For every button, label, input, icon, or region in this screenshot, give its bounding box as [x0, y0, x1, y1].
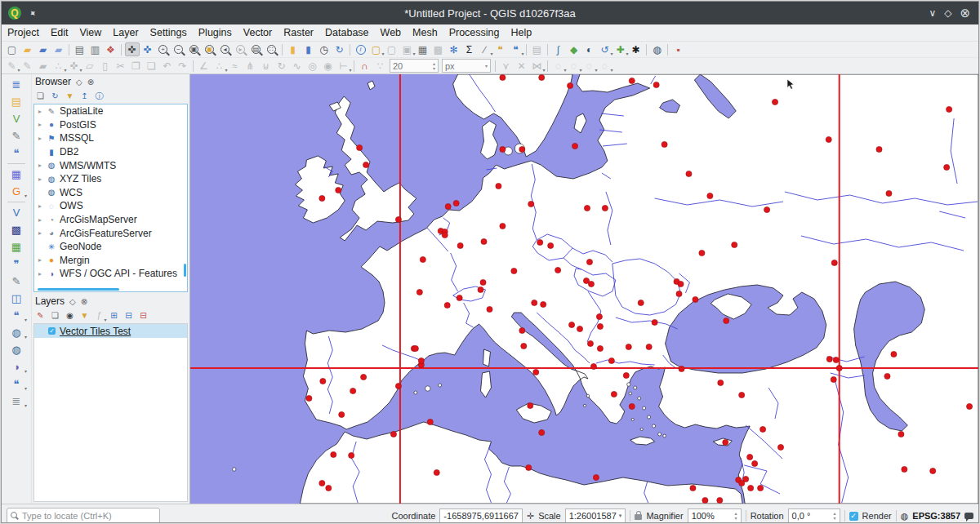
zoom-next-icon[interactable]: ▸	[234, 42, 248, 56]
save-project-icon[interactable]: ▰	[36, 42, 51, 56]
add-raster-db-layer-icon[interactable]: ▦	[6, 238, 27, 255]
expander-icon[interactable]: ▸	[34, 270, 46, 278]
expander-icon[interactable]: ▸	[34, 121, 46, 128]
magnifier-spinbox[interactable]: 100% ▴▾	[688, 508, 742, 523]
expander-icon[interactable]: ▸	[34, 175, 46, 183]
new-annotation-icon[interactable]: ❝▾	[509, 42, 523, 56]
snapping-on-intersection-icon[interactable]: ✕	[514, 59, 529, 73]
merge-features-icon[interactable]: ⊍	[259, 59, 274, 73]
browser-item-wcs[interactable]: ◍WCS	[34, 186, 187, 200]
browser-item-mssql[interactable]: ▸⚑MSSQL	[34, 131, 187, 145]
new-bookmark-icon[interactable]: ▮	[286, 42, 301, 56]
zoom-last-icon[interactable]: ◂	[218, 42, 233, 56]
new-print-layout-icon[interactable]: ▤	[73, 42, 87, 56]
select-by-form-icon[interactable]: ▣▾	[400, 42, 415, 56]
redo-icon[interactable]: ↷	[176, 59, 190, 73]
add-spatialite-layer-icon[interactable]: V	[6, 204, 27, 221]
browser-item-ows[interactable]: ▸◌OWS	[34, 199, 187, 213]
shape-digitizing-icon[interactable]: ◌▾	[598, 59, 612, 73]
spin-arrows-icon[interactable]: ▴▾	[834, 511, 836, 521]
first-aid-debug-icon[interactable]: ✱	[629, 42, 644, 56]
zoom-out-icon[interactable]: −	[172, 42, 186, 56]
current-edits-icon[interactable]: ✎▾	[5, 59, 20, 73]
new-project-icon[interactable]: ▢	[5, 42, 20, 56]
expander-icon[interactable]: ▸	[34, 162, 46, 169]
map-europe[interactable]	[190, 74, 978, 504]
coordinate-field[interactable]: -1658975,6911667	[439, 508, 523, 523]
rotation-spinbox[interactable]: 0,0 ° ▴▾	[788, 508, 840, 523]
measure-icon[interactable]: ∕▾	[478, 42, 492, 56]
snapping-tolerance-spinbox[interactable]: 20▴▾	[390, 59, 439, 73]
remove-layer-icon[interactable]: ⊟	[137, 310, 150, 322]
digitize-curve-icon[interactable]: ◌▾	[567, 59, 581, 73]
metasearch-icon[interactable]: ◍	[650, 42, 665, 56]
layer-item-vector-tiles-test[interactable]: ✓Vector Tiles Test	[34, 324, 187, 338]
add-oracle-layer-icon[interactable]: ✎	[6, 273, 27, 290]
browser-item-arcgismapserver[interactable]: ▸◔ArcGisMapServer	[34, 213, 187, 227]
menu-web[interactable]: Web	[375, 25, 407, 40]
filter-legend-icon[interactable]: ▼	[78, 310, 91, 322]
add-delimited-text-layer-icon[interactable]: ❝	[6, 144, 27, 162]
qgis-hub-icon[interactable]: ◐	[582, 42, 597, 56]
menu-edit[interactable]: Edit	[45, 25, 74, 40]
snapping-type-icon[interactable]: ∵	[373, 59, 388, 73]
show-bookmarks-icon[interactable]: ▮	[301, 42, 316, 56]
grass-tools-icon[interactable]: G▾	[6, 183, 27, 200]
menu-settings[interactable]: Settings	[145, 25, 193, 40]
stream-digitizing-icon[interactable]: ◌▾	[582, 59, 597, 73]
text-annotation-icon[interactable]: ▤	[530, 42, 545, 56]
locator-input[interactable]: Type to locate (Ctrl+K)	[7, 508, 160, 523]
add-point-cloud-layer-icon[interactable]: ≣▾	[6, 393, 27, 410]
add-raster-layer-icon[interactable]: ▦	[6, 166, 27, 183]
help-feedback-icon[interactable]: ▪	[671, 42, 686, 56]
zoom-in-icon[interactable]: +	[156, 42, 171, 56]
geometry-checker-icon[interactable]: ◆	[567, 42, 581, 56]
lock-scale-icon[interactable]	[635, 514, 642, 520]
save-project-as-icon[interactable]: ▰	[51, 42, 66, 56]
add-vector-layer-icon[interactable]: V	[6, 110, 27, 127]
add-group-icon[interactable]: ❏	[49, 310, 62, 322]
select-features-icon[interactable]: ▢▾	[369, 42, 384, 56]
map-canvas[interactable]	[189, 74, 978, 504]
map-tips-icon[interactable]: ❝	[493, 42, 508, 56]
move-feature-icon[interactable]: ✜▾	[67, 59, 82, 73]
add-wms-layer-icon[interactable]: ❝▾	[6, 307, 27, 324]
identify-features-icon[interactable]: i	[354, 42, 368, 56]
add-ring-icon[interactable]: ◎	[305, 59, 320, 73]
digitize-with-segment-icon[interactable]: ∴▾	[51, 59, 66, 73]
menu-view[interactable]: View	[74, 25, 107, 40]
browser-item-wfs-ogc-api-features[interactable]: ▸◑WFS / OGC API - Features	[34, 267, 187, 281]
layers-float-icon[interactable]: ◇	[69, 297, 76, 306]
messages-icon[interactable]	[964, 513, 973, 519]
browser-item-postgis[interactable]: ▸●PostGIS	[34, 118, 187, 132]
browser-item-mergin[interactable]: ▸●Mergin	[34, 254, 187, 268]
paste-features-icon[interactable]: ❏	[145, 59, 159, 73]
deselect-features-icon[interactable]: ▢	[385, 42, 399, 56]
open-project-icon[interactable]: ▰	[20, 42, 35, 56]
extent-icon[interactable]: ✛	[527, 511, 534, 522]
expander-icon[interactable]: ▸	[34, 135, 46, 142]
expander-icon[interactable]: ▸	[34, 256, 46, 264]
copy-features-icon[interactable]: ❐	[129, 59, 144, 73]
expander-icon[interactable]: ▸	[34, 229, 46, 237]
pan-map-icon[interactable]: ✜	[125, 42, 140, 56]
layer-visibility-checkbox[interactable]: ✓	[48, 327, 56, 335]
add-postgis-layer-icon[interactable]: ▩	[6, 221, 27, 238]
collapse-all-icon[interactable]: ↥	[78, 91, 91, 103]
filter-browser-icon[interactable]: ▼	[64, 91, 77, 103]
expander-icon[interactable]: ▸	[34, 216, 46, 224]
spin-arrows-icon[interactable]: ▴▾	[735, 511, 737, 521]
fill-ring-icon[interactable]: ◉	[321, 59, 336, 73]
browser-item-spatialite[interactable]: ▸✎SpatiaLite	[34, 104, 187, 118]
vertex-tool-icon[interactable]: ▱	[82, 59, 97, 73]
browser-float-icon[interactable]: ◇	[76, 78, 82, 87]
render-checkbox[interactable]: ✓	[849, 512, 858, 521]
style-manager-icon[interactable]: ❖	[104, 42, 118, 56]
menu-plugins[interactable]: Plugins	[193, 25, 238, 40]
add-wfs-layer-icon[interactable]: ◍	[6, 341, 27, 358]
browser-close-icon[interactable]: ⊗	[87, 78, 94, 87]
toggle-editing-icon[interactable]: ✎	[20, 59, 35, 73]
enable-tracing-icon[interactable]: ◌▾	[551, 59, 566, 73]
collapse-all-layers-icon[interactable]: ⊟	[122, 310, 136, 322]
simplify-feature-icon[interactable]: ∿	[290, 59, 305, 73]
